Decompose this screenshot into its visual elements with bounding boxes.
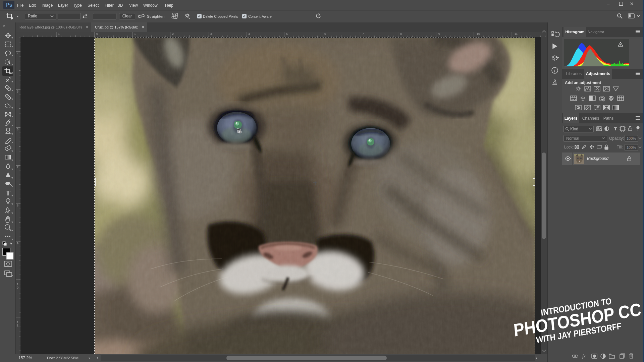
svg-text:1: 1 (17, 324, 18, 327)
svg-text:1: 1 (134, 32, 136, 36)
svg-text:7: 7 (362, 32, 364, 36)
svg-text:T: T (6, 189, 10, 197)
svg-text:6: 6 (324, 32, 326, 36)
svg-text:1: 1 (17, 283, 18, 286)
svg-text:T: T (614, 126, 617, 131)
svg-text:7: 7 (17, 166, 18, 169)
svg-text:5: 5 (17, 90, 18, 93)
svg-text:5: 5 (286, 32, 288, 36)
svg-text:8: 8 (400, 32, 402, 36)
svg-text:3: 3 (210, 32, 212, 36)
svg-text:10: 10 (477, 32, 480, 36)
svg-text:11: 11 (515, 32, 518, 36)
svg-text:2: 2 (172, 32, 174, 36)
svg-text:9: 9 (438, 32, 440, 36)
svg-text:8: 8 (17, 204, 18, 207)
svg-text:4: 4 (248, 32, 250, 36)
svg-text:9: 9 (17, 242, 18, 245)
svg-text:1: 1 (17, 320, 18, 324)
svg-text:6: 6 (17, 128, 18, 131)
svg-text:4: 4 (17, 52, 18, 55)
svg-text:0: 0 (17, 286, 18, 289)
svg-text:0: 0 (96, 32, 98, 36)
svg-text:1: 1 (58, 32, 60, 36)
